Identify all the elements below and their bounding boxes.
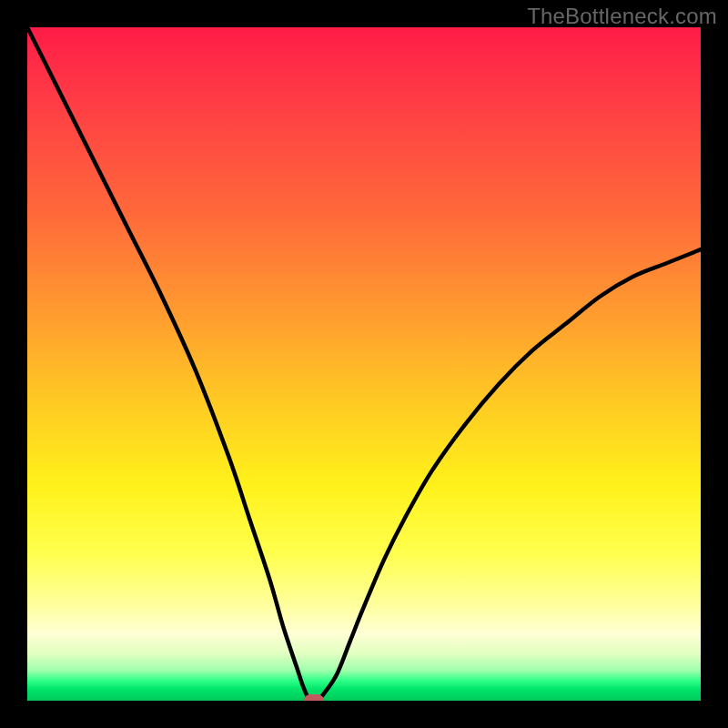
optimal-marker [304, 694, 324, 701]
plot-area [27, 27, 701, 701]
watermark-text: TheBottleneck.com [527, 4, 717, 29]
bottleneck-curve [27, 27, 701, 701]
chart-frame: TheBottleneck.com [0, 0, 728, 728]
